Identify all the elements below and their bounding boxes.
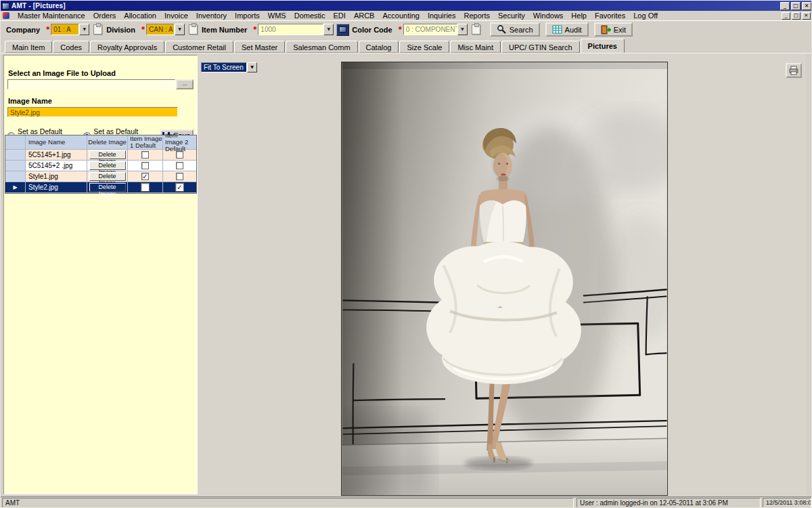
delete-image-button[interactable]: Delete Image — [89, 172, 126, 181]
tab-salesman-comm[interactable]: Salesman Comm — [286, 41, 357, 53]
mdi-close-button[interactable]: ✕ — [802, 12, 811, 20]
division-label: Division — [106, 26, 135, 34]
table-row[interactable]: ▶Style2.jpgDelete Image✓ — [5, 182, 196, 193]
clipboard-icon[interactable] — [93, 24, 102, 35]
delete-image-button[interactable]: Delete Image — [89, 183, 126, 192]
menu-edi[interactable]: EDI — [330, 12, 350, 20]
table-header-item-image-1-default: Item Image 1 Default — [128, 135, 163, 150]
browse-button[interactable]: ... — [176, 79, 194, 89]
tab-main-item[interactable]: Main Item — [5, 41, 52, 53]
search-button[interactable]: Search — [490, 22, 540, 37]
tab-royalty-approvals[interactable]: Royalty Approvals — [90, 41, 164, 53]
item-number-required-marker: * — [253, 26, 256, 33]
menu-security[interactable]: Security — [494, 12, 529, 20]
chevron-down-icon[interactable]: ▼ — [175, 24, 185, 35]
restore-button[interactable]: □ — [791, 2, 800, 10]
exit-door-icon — [601, 25, 611, 35]
row-selector[interactable] — [5, 161, 26, 171]
title-bar: AMT - [Pictures] _ □ ✕ — [1, 1, 812, 11]
cell-delete-image: Delete Image — [87, 161, 128, 171]
search-icon — [497, 24, 507, 35]
cell-image-name: 5C5145+1.jpg — [26, 150, 87, 161]
menu-reports[interactable]: Reports — [459, 12, 494, 20]
images-table: Image NameDelete ImageItem Image 1 Defau… — [5, 135, 197, 194]
menu-wms[interactable]: WMS — [264, 12, 290, 20]
table-row[interactable]: 5C5145+1.jpgDelete Image — [5, 150, 196, 161]
default-1-checkbox[interactable] — [141, 183, 150, 192]
table-row[interactable]: 5C5145+2 .jpgDelete Image — [5, 161, 196, 171]
table-header-item-image-2-default: Item Image 2 Default — [163, 135, 196, 150]
minimize-button[interactable]: _ — [780, 2, 790, 10]
print-button[interactable] — [786, 63, 802, 78]
chevron-down-icon[interactable]: ▼ — [457, 24, 468, 35]
chevron-down-icon[interactable]: ▼ — [323, 24, 334, 35]
menu-inventory[interactable]: Inventory — [192, 12, 231, 20]
menu-log-off[interactable]: Log Off — [629, 12, 662, 20]
tab-pictures[interactable]: Pictures — [581, 39, 625, 53]
file-path-input[interactable] — [7, 79, 175, 89]
audit-button[interactable]: Audit — [545, 22, 589, 37]
menu-windows[interactable]: Windows — [529, 12, 568, 20]
mdi-restore-button[interactable]: □ — [792, 12, 800, 20]
tab-size-scale[interactable]: Size Scale — [399, 41, 449, 53]
close-button[interactable]: ✕ — [802, 2, 811, 10]
select-image-label: Select an Image File to Upload — [8, 69, 197, 77]
image-icon — [339, 26, 346, 33]
company-dropdown[interactable]: 01 : A ▼ — [51, 24, 89, 35]
tab-set-master[interactable]: Set Master — [234, 41, 285, 53]
tab-misc-maint[interactable]: Misc Maint — [450, 41, 501, 53]
item-image-button[interactable] — [336, 24, 349, 36]
default-1-checkbox[interactable] — [141, 162, 149, 169]
default-2-checkbox[interactable]: ✓ — [175, 183, 184, 192]
image-name-input[interactable]: Style2.jpg — [7, 107, 178, 117]
zoom-mode-dropdown[interactable]: Fit To Screen ▼ — [201, 62, 257, 72]
tab-codes[interactable]: Codes — [53, 41, 89, 53]
menu-orders[interactable]: Orders — [89, 12, 120, 20]
tab-upc-gtin-search[interactable]: UPC/ GTIN Search — [501, 41, 580, 53]
row-selector[interactable] — [5, 171, 26, 182]
clipboard-icon[interactable] — [189, 24, 198, 35]
division-value: CAN : A — [146, 24, 175, 35]
menu-imports[interactable]: Imports — [231, 12, 264, 20]
cell-default-2 — [163, 161, 196, 171]
exit-button-label: Exit — [614, 26, 626, 34]
menu-master-maintenance[interactable]: Master Maintenance — [14, 12, 89, 20]
product-photo — [341, 62, 668, 496]
chevron-down-icon[interactable]: ▼ — [247, 62, 257, 72]
menu-invoice[interactable]: Invoice — [160, 12, 192, 20]
row-selector[interactable]: ▶ — [5, 182, 26, 193]
item-number-combo[interactable]: 1000 ▼ — [258, 24, 334, 35]
table-row[interactable]: Style1.jpgDelete Image✓ — [5, 171, 196, 182]
default-1-checkbox[interactable]: ✓ — [141, 173, 149, 180]
tab-catalog[interactable]: Catalog — [359, 41, 399, 53]
item-number-label: Item Number — [202, 26, 247, 34]
status-bar: AMT User : admin logged-in on 12-05-2011… — [1, 497, 812, 508]
menu-inquiries[interactable]: Inquiries — [424, 12, 460, 20]
exit-button[interactable]: Exit — [594, 22, 633, 37]
table-header-delete-image: Delete Image — [87, 135, 128, 150]
menu-allocation[interactable]: Allocation — [120, 12, 160, 20]
color-code-label: Color Code — [352, 26, 392, 34]
tab-customer-retail[interactable]: Customer Retail — [165, 41, 233, 53]
default-2-checkbox[interactable] — [176, 173, 183, 180]
menu-help[interactable]: Help — [567, 12, 591, 20]
default-2-checkbox[interactable] — [176, 162, 183, 169]
delete-image-button[interactable]: Delete Image — [89, 161, 126, 170]
audit-grid-icon — [552, 25, 562, 34]
default-1-checkbox[interactable] — [141, 151, 149, 158]
default-2-checkbox[interactable] — [176, 151, 183, 158]
mdi-minimize-button[interactable]: _ — [782, 12, 790, 20]
menu-arcb[interactable]: ARCB — [350, 12, 379, 20]
menu-domestic[interactable]: Domestic — [290, 12, 330, 20]
menu-accounting[interactable]: Accounting — [378, 12, 423, 20]
chevron-down-icon[interactable]: ▼ — [79, 24, 89, 35]
zoom-mode-value: Fit To Screen — [201, 62, 247, 72]
delete-image-button[interactable]: Delete Image — [89, 150, 126, 159]
clipboard-icon[interactable] — [472, 24, 480, 35]
division-dropdown[interactable]: CAN : A ▼ — [146, 24, 185, 35]
row-selector[interactable] — [5, 150, 26, 161]
item-number-value: 1000 — [258, 24, 323, 35]
menu-favorites[interactable]: Favorites — [591, 12, 629, 20]
color-code-dropdown[interactable]: 0 : COMPONENT ▼ — [403, 24, 468, 35]
cell-default-1: ✓ — [128, 171, 163, 182]
